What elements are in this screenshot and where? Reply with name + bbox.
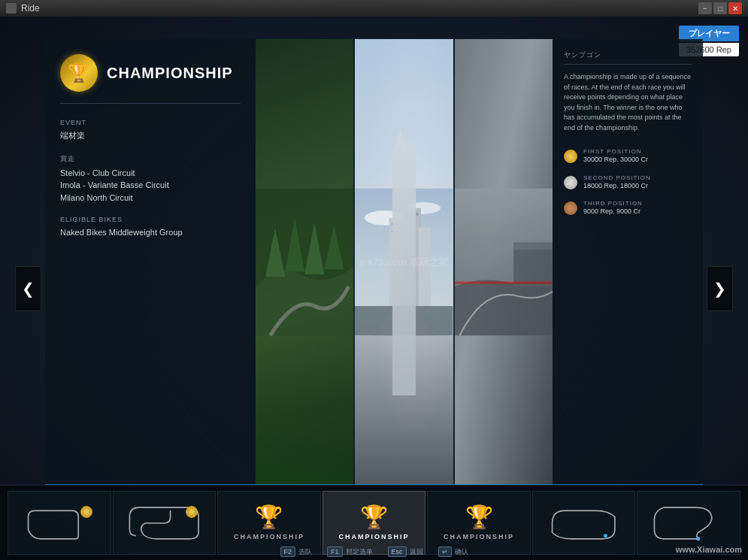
trophy-icon-1: 🏆 <box>255 506 283 528</box>
eligible-label: ELIGIBLE BIKES <box>60 216 241 223</box>
championship-trophy-icon: 🏆 <box>60 54 98 92</box>
third-pos-value: 9000 Rep. 9000 Cr <box>583 207 692 217</box>
key-f1: F1 <box>327 546 343 557</box>
second-pos-value: 18000 Rep. 18000 Cr <box>583 181 692 192</box>
event-label: EVENT <box>60 119 241 126</box>
svg-rect-11 <box>407 213 409 215</box>
track-3: Milano North Circuit <box>60 192 241 204</box>
svg-rect-7 <box>392 222 394 225</box>
svg-rect-10 <box>397 230 399 232</box>
main-panel: 🏆 CHAMPIONSHIP EVENT 端材楽 賞走 Stelvio - Cl… <box>45 39 703 485</box>
gold-medal-icon <box>564 150 577 163</box>
tracks-section: 賞走 Stelvio - Club Circuit Imola - Varian… <box>60 154 241 204</box>
bronze-medal-icon <box>564 201 577 215</box>
svg-rect-4 <box>389 218 404 306</box>
maximize-button[interactable]: □ <box>713 2 727 14</box>
svg-point-3 <box>407 202 441 214</box>
nav-item-track-3[interactable] <box>532 491 636 555</box>
nav-item-championship-3[interactable]: 🏆 CHAMPIONSHIP <box>427 491 531 555</box>
hint-enter-label: 确认 <box>455 547 468 557</box>
key-esc: Esc <box>388 546 407 557</box>
svg-point-19 <box>604 534 607 537</box>
svg-rect-16 <box>513 247 553 286</box>
eligible-value: Naked Bikes Middleweight Group <box>60 226 241 239</box>
nav-item-track-1[interactable] <box>8 491 111 555</box>
svg-rect-14 <box>355 306 453 335</box>
title-bar-buttons: − □ ✕ <box>698 2 742 14</box>
event-value: 端材楽 <box>60 129 241 142</box>
first-pos-value: 30000 Rep. 30000 Cr <box>583 155 692 165</box>
center-images: e k73.com 观玩之家 <box>256 39 553 485</box>
coin-badge-2 <box>186 506 198 518</box>
championship-label-2: CHAMPIONSHIP <box>339 533 410 540</box>
svg-point-2 <box>365 210 404 226</box>
key-f2: F2 <box>280 546 295 557</box>
svg-rect-18 <box>455 282 553 284</box>
track-outline-3 <box>543 504 624 542</box>
championship-title: CHAMPIONSHIP <box>107 65 233 81</box>
minimize-button[interactable]: − <box>698 2 712 14</box>
second-pos-label: SECOND POSITION <box>583 174 692 181</box>
track-2: Imola - Variante Basse Circuit <box>60 179 241 192</box>
championship-header: 🏆 CHAMPIONSHIP <box>60 54 241 104</box>
third-position-reward: THIRD POSITION 9000 Rep. 9000 Cr <box>564 200 692 217</box>
hint-f2: F2 选队 <box>280 546 312 557</box>
site-watermark: www.Xiawai.com <box>676 545 742 554</box>
svg-rect-13 <box>416 213 419 215</box>
close-button[interactable]: ✕ <box>728 2 742 14</box>
title-bar-title: Ride <box>21 3 698 14</box>
svg-rect-6 <box>419 228 431 306</box>
championship-label-3: CHAMPIONSHIP <box>444 533 514 540</box>
svg-rect-9 <box>392 230 394 232</box>
nav-item-championship-1[interactable]: 🏆 CHAMPIONSHIP <box>217 491 321 555</box>
eligible-section: ELIGIBLE BIKES Naked Bikes Middleweight … <box>60 216 241 239</box>
coin-badge-1 <box>80 506 92 518</box>
track-outline-4 <box>648 504 729 542</box>
track-image-3 <box>455 39 553 485</box>
track-preview-4 <box>648 504 729 542</box>
title-bar: Ride − □ ✕ <box>0 0 748 17</box>
hint-esc-label: 返回 <box>410 547 423 557</box>
title-bar-icon <box>6 3 17 14</box>
third-reward-info: THIRD POSITION 9000 Rep. 9000 Cr <box>583 200 692 217</box>
second-reward-info: SECOND POSITION 18000 Rep. 18000 Cr <box>583 174 692 192</box>
right-panel: ヤンプゴン A championship is made up of a seq… <box>553 39 703 485</box>
svg-rect-5 <box>404 208 421 306</box>
event-section: EVENT 端材楽 <box>60 119 241 142</box>
hint-esc: Esc 返回 <box>388 546 423 557</box>
control-hints: F2 选队 F1 邦定选单 Esc 返回 ↵ 确认 <box>280 546 468 557</box>
svg-point-20 <box>696 537 700 540</box>
first-position-reward: FIRST POSITION 30000 Rep. 30000 Cr <box>564 148 692 165</box>
nav-left-arrow[interactable]: ❮ <box>15 266 41 311</box>
trophy-icon-2: 🏆 <box>360 506 388 528</box>
game-area: プレイヤー 352600 Rep ❮ ❯ 🏆 CHAMPIONSHIP EVEN… <box>0 17 748 560</box>
track-image-2: e k73.com 观玩之家 <box>355 39 453 485</box>
hint-f1-label: 邦定选单 <box>346 547 373 557</box>
first-reward-info: FIRST POSITION 30000 Rep. 30000 Cr <box>583 148 692 165</box>
nav-item-championship-2[interactable]: 🏆 CHAMPIONSHIP <box>323 491 426 555</box>
svg-rect-12 <box>411 213 413 215</box>
svg-rect-8 <box>397 222 399 225</box>
first-pos-label: FIRST POSITION <box>583 148 692 155</box>
right-panel-desc: A championship is made up of a sequence … <box>564 72 692 133</box>
nav-right-arrow[interactable]: ❯ <box>707 266 733 311</box>
track-1: Stelvio - Club Circuit <box>60 167 241 180</box>
key-enter: ↵ <box>438 546 452 557</box>
track-preview-3 <box>543 504 624 542</box>
second-position-reward: SECOND POSITION 18000 Rep. 18000 Cr <box>564 174 692 192</box>
tracks-label: 賞走 <box>60 154 241 164</box>
track-preview-1 <box>19 504 100 542</box>
nav-item-track-2[interactable] <box>113 491 217 555</box>
svg-rect-17 <box>513 242 553 250</box>
right-panel-title: ヤンプゴン <box>564 50 692 65</box>
trophy-icon-3: 🏆 <box>465 506 493 528</box>
hint-f2-label: 选队 <box>298 547 312 557</box>
championship-label-1: CHAMPIONSHIP <box>234 533 304 540</box>
silver-medal-icon <box>564 176 577 189</box>
left-panel: 🏆 CHAMPIONSHIP EVENT 端材楽 賞走 Stelvio - Cl… <box>45 39 256 485</box>
hint-f1: F1 邦定选单 <box>327 546 373 557</box>
track-image-1 <box>256 39 353 485</box>
third-pos-label: THIRD POSITION <box>583 200 692 207</box>
hint-enter: ↵ 确认 <box>438 546 468 557</box>
track-preview-2 <box>123 504 204 542</box>
